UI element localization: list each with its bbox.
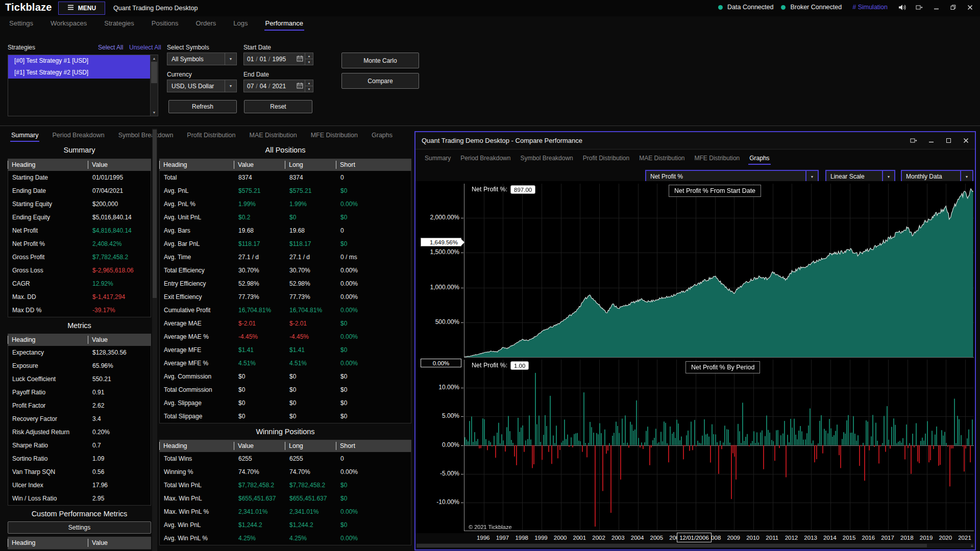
report-tab-symbol-breakdown[interactable]: Symbol Breakdown [118, 132, 174, 142]
compare-window-titlebar[interactable]: Quant Trading Demo Desktop - Compare Per… [415, 132, 975, 149]
main-tab-performance[interactable]: Performance [265, 19, 303, 31]
table-row: Win / Loss Ratio2.95 [8, 492, 151, 505]
all-positions-table: HeadingValueLongShortTotal837483740Avg. … [159, 159, 411, 423]
symbols-dropdown[interactable]: All Symbols ▼ [167, 53, 237, 65]
left-panel-scrollbar[interactable] [152, 129, 157, 551]
net-profit-period-chart[interactable] [464, 360, 974, 531]
compare-tab-symbol-breakdown[interactable]: Symbol Breakdown [520, 155, 573, 165]
volume-icon[interactable] [896, 2, 909, 12]
report-tab-period-breakdown[interactable]: Period Breakdown [52, 132, 104, 142]
unselect-all-link[interactable]: Unselect All [129, 44, 161, 51]
compare-tab-mfe-distribution[interactable]: MFE Distribution [695, 155, 740, 165]
summary-title: Summary [8, 146, 151, 154]
listbox-scrollbar[interactable]: ▲ ▼ [150, 55, 158, 116]
minimize-icon[interactable] [925, 135, 937, 145]
scroll-down-icon[interactable]: ▼ [151, 109, 158, 116]
row-heading: Total Slippage [160, 413, 234, 420]
report-tab-profit-distribution[interactable]: Profit Distribution [187, 132, 235, 142]
compare-tab-mae-distribution[interactable]: MAE Distribution [639, 155, 684, 165]
start-date-field[interactable]: 01/01/1995 ▲▼ [243, 53, 313, 65]
scroll-thumb[interactable] [153, 130, 157, 298]
report-tab-graphs[interactable]: Graphs [372, 132, 393, 142]
symbols-label: Select Symbols [167, 44, 209, 51]
compare-horizontal-scrollbar[interactable] [416, 543, 974, 548]
report-tab-mae-distribution[interactable]: MAE Distribution [250, 132, 297, 142]
refresh-button[interactable]: Refresh [168, 100, 237, 113]
symbols-value: All Symbols [167, 56, 225, 63]
dock-icon[interactable] [908, 135, 920, 145]
date-stepper[interactable]: ▲▼ [305, 80, 313, 92]
crosshair-date-callout: 12/01/2006 [677, 533, 712, 542]
main-tab-strategies[interactable]: Strategies [104, 19, 134, 31]
row-value: $0 [336, 346, 411, 354]
data-connected-label: Data Connected [727, 4, 773, 11]
close-icon[interactable] [964, 2, 976, 12]
app-logo: Tickblaze [5, 2, 52, 13]
x-axis-tick-label: 2014 [823, 535, 837, 541]
row-value: $0 [336, 482, 411, 489]
column-header: Value [88, 161, 150, 169]
row-heading: Gross Loss [8, 267, 88, 274]
x-axis-tick-label: 1997 [496, 535, 509, 541]
start-month[interactable]: 01 [244, 56, 254, 63]
close-icon[interactable] [960, 135, 972, 145]
strategy-list-item[interactable]: [#1] Test Strategy #2 [USD] [8, 67, 150, 79]
y-axis-tick [461, 416, 463, 417]
end-date-field[interactable]: 07/04/2021 ▲▼ [243, 80, 313, 92]
end-year[interactable]: 2021 [272, 83, 286, 90]
row-heading: Exit Efficiency [160, 293, 234, 300]
select-all-link[interactable]: Select All [98, 44, 123, 51]
row-value: $-2.01 [285, 320, 336, 327]
scroll-up-icon[interactable]: ▲ [151, 55, 158, 62]
main-tab-orders[interactable]: Orders [196, 19, 216, 31]
calendar-icon[interactable] [297, 82, 303, 90]
report-tab-mfe-distribution[interactable]: MFE Distribution [311, 132, 358, 142]
main-tab-logs[interactable]: Logs [233, 19, 248, 31]
monte-carlo-button[interactable]: Monte Carlo [341, 53, 419, 68]
scroll-thumb[interactable] [416, 544, 927, 547]
row-value: $0 [234, 399, 285, 407]
table-row: CAGR12.92% [8, 277, 151, 290]
row-value: 01/01/1995 [88, 174, 151, 181]
compare-tab-profit-distribution[interactable]: Profit Distribution [583, 155, 629, 165]
chevron-down-icon: ▼ [225, 53, 236, 65]
compare-tab-bar: SummaryPeriod BreakdownSymbol BreakdownP… [425, 155, 770, 165]
minimize-icon[interactable] [930, 2, 942, 12]
table-row: Avg. Time27.1 / d27.1 / d0 / ms [160, 251, 411, 264]
compare-button[interactable]: Compare [341, 73, 419, 89]
report-tab-summary[interactable]: Summary [11, 132, 38, 142]
reset-button[interactable]: Reset [244, 100, 312, 113]
main-tab-positions[interactable]: Positions [152, 19, 179, 31]
calendar-icon[interactable] [297, 55, 303, 63]
compare-tab-period-breakdown[interactable]: Period Breakdown [460, 155, 510, 165]
maximize-icon[interactable] [947, 2, 959, 12]
start-day[interactable]: 01 [260, 56, 266, 63]
strategy-list-item[interactable]: [#0] Test Strategy #1 [USD] [8, 55, 150, 67]
y-axis-tick-label: 10.00% [423, 384, 459, 391]
maximize-icon[interactable] [942, 135, 954, 145]
menu-button[interactable]: MENU [58, 2, 105, 15]
row-heading: Max DD % [8, 307, 88, 314]
row-value: $0 [285, 214, 336, 221]
dock-icon[interactable] [913, 2, 925, 12]
scroll-thumb[interactable] [151, 62, 157, 83]
compare-tab-graphs[interactable]: Graphs [749, 155, 769, 165]
main-tab-workspaces[interactable]: Workspaces [51, 19, 87, 31]
column-header: Value [88, 539, 150, 547]
currency-dropdown[interactable]: USD, US Dollar ▼ [167, 80, 237, 92]
date-stepper[interactable]: ▲▼ [305, 53, 313, 65]
report-tab-bar: SummaryPeriod BreakdownSymbol BreakdownP… [11, 132, 393, 142]
resize-grip-icon[interactable]: ≡ [971, 544, 973, 548]
table-row: Avg. Win PnL %4.25%4.25%0.00% [160, 532, 411, 545]
strategies-listbox: [#0] Test Strategy #1 [USD][#1] Test Str… [8, 55, 158, 116]
row-value: $0 [336, 399, 411, 407]
custom-metrics-settings-button[interactable]: Settings [8, 521, 151, 534]
compare-tab-summary[interactable]: Summary [425, 155, 451, 165]
net-profit-area-chart[interactable] [464, 184, 974, 358]
start-year[interactable]: 1995 [272, 56, 286, 63]
row-value: 0.00% [336, 535, 411, 542]
column-header: Value [234, 442, 285, 450]
end-month[interactable]: 07 [244, 83, 254, 90]
main-tab-settings[interactable]: Settings [9, 19, 33, 31]
end-day[interactable]: 04 [260, 83, 266, 90]
